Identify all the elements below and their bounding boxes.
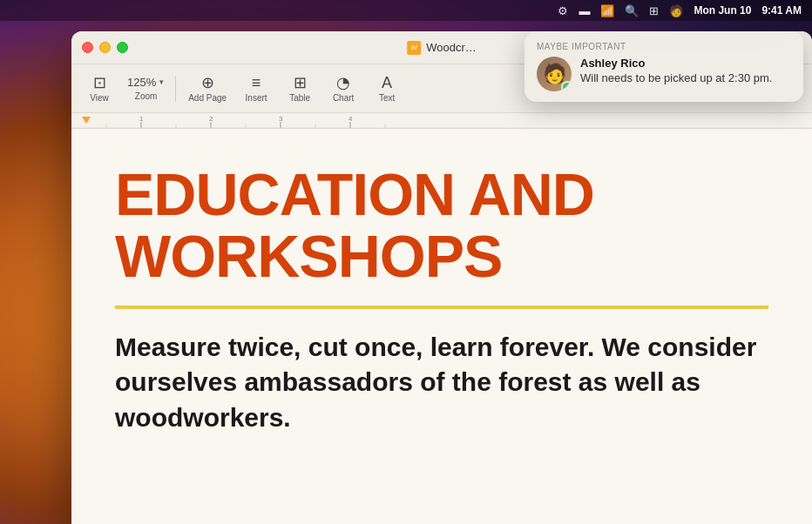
svg-text:3: 3 <box>279 115 283 123</box>
menu-bar: ⚙ ▬ 📶 🔍 ⊞ 🧑 Mon Jun 10 9:41 AM <box>0 0 812 21</box>
text-button[interactable]: A Text <box>366 71 408 106</box>
notification-banner[interactable]: MAYBE IMPORTANT 🧑 Ashley Rico Will needs… <box>524 31 803 102</box>
menu-bar-time: 9:41 AM <box>761 4 802 17</box>
toolbar-divider-1 <box>175 76 176 102</box>
view-icon: ⊡ <box>93 75 106 91</box>
view-label: View <box>90 93 109 103</box>
table-label: Table <box>289 93 310 103</box>
notification-priority-label: MAYBE IMPORTANT <box>537 42 791 51</box>
menu-bar-datetime: Mon Jun 10 <box>694 4 751 17</box>
window-title-area: W Woodcr… <box>407 41 477 55</box>
ruler: 1 2 3 4 <box>71 113 812 129</box>
chart-icon: ◔ <box>336 75 350 91</box>
doc-body: Measure twice, cut once, learn forever. … <box>115 330 768 436</box>
add-page-icon: ⊕ <box>201 75 214 91</box>
display-icon[interactable]: ⊞ <box>649 4 659 17</box>
doc-divider <box>115 306 768 309</box>
doc-content: EDUCATION AND WORKSHOPS Measure twice, c… <box>71 129 812 507</box>
doc-icon: W <box>407 41 421 55</box>
svg-text:2: 2 <box>209 115 213 123</box>
notification-body: 🧑 Ashley Rico Will needs to be picked up… <box>537 57 791 91</box>
insert-button[interactable]: ≡ Insert <box>235 71 277 106</box>
traffic-lights <box>82 42 128 53</box>
app-window: W Woodcr… ⊡ View 125% ▼ Zoom ⊕ Add Page <box>71 31 812 524</box>
notification-sender: Ashley Rico <box>580 57 791 70</box>
wifi-icon[interactable]: 📶 <box>600 4 614 17</box>
window-title: Woodcr… <box>426 41 477 54</box>
user-icon[interactable]: 🧑 <box>669 4 683 17</box>
ruler-marker[interactable] <box>82 117 91 124</box>
zoom-value: 125% <box>127 76 156 89</box>
table-button[interactable]: ⊞ Table <box>279 71 321 106</box>
battery-icon: ▬ <box>579 4 590 17</box>
gear-icon[interactable]: ⚙ <box>558 4 568 17</box>
svg-text:1: 1 <box>139 115 144 123</box>
minimize-button[interactable] <box>99 42 111 53</box>
add-page-label: Add Page <box>188 93 227 103</box>
doc-heading: EDUCATION AND WORKSHOPS <box>115 164 768 288</box>
messages-badge-icon <box>561 81 572 91</box>
text-icon: A <box>382 75 392 91</box>
table-icon: ⊞ <box>294 75 307 91</box>
avatar: 🧑 <box>537 57 572 91</box>
view-button[interactable]: ⊡ View <box>78 71 120 106</box>
search-icon[interactable]: 🔍 <box>625 4 639 17</box>
zoom-label: Zoom <box>135 91 158 101</box>
notification-text: Ashley Rico Will needs to be picked up a… <box>580 57 791 86</box>
ruler-svg: 1 2 3 4 <box>71 113 812 129</box>
menu-bar-right: ⚙ ▬ 📶 🔍 ⊞ 🧑 Mon Jun 10 9:41 AM <box>558 4 802 17</box>
close-button[interactable] <box>82 42 93 53</box>
insert-icon: ≡ <box>252 75 261 91</box>
svg-text:4: 4 <box>348 115 353 123</box>
text-label: Text <box>379 93 395 103</box>
zoom-control[interactable]: 125% ▼ Zoom <box>122 72 170 104</box>
desktop: ⚙ ▬ 📶 🔍 ⊞ 🧑 Mon Jun 10 9:41 AM W Woodcr… <box>0 0 812 524</box>
chart-label: Chart <box>333 93 354 103</box>
maximize-button[interactable] <box>117 42 128 53</box>
add-page-button[interactable]: ⊕ Add Page <box>181 71 233 106</box>
notification-message: Will needs to be picked up at 2:30 pm. <box>580 71 791 86</box>
insert-label: Insert <box>246 93 267 103</box>
zoom-arrow-icon: ▼ <box>158 78 165 86</box>
chart-button[interactable]: ◔ Chart <box>322 71 364 106</box>
